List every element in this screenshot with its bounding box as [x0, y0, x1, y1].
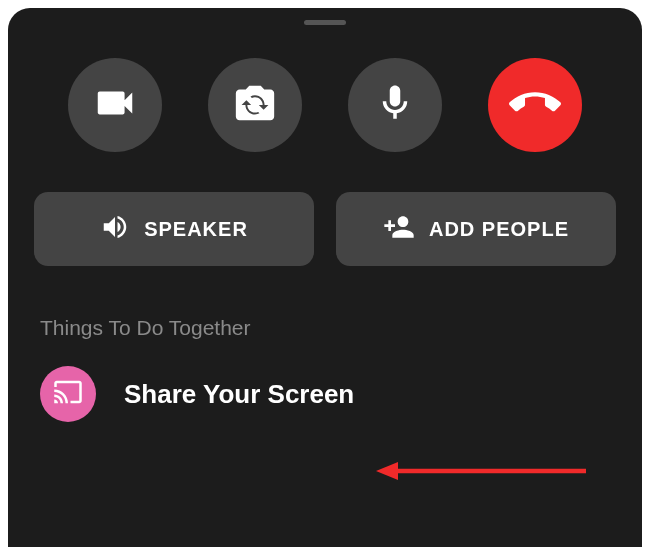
svg-marker-1 [376, 462, 398, 480]
video-toggle-button[interactable] [68, 58, 162, 152]
video-icon [92, 80, 138, 130]
mute-toggle-button[interactable] [348, 58, 442, 152]
speaker-button[interactable]: SPEAKER [34, 192, 314, 266]
share-screen-item[interactable]: Share Your Screen [40, 366, 642, 422]
hang-up-icon [509, 77, 561, 133]
share-screen-icon-badge [40, 366, 96, 422]
share-screen-label: Share Your Screen [124, 379, 354, 410]
add-people-button-label: ADD PEOPLE [429, 218, 569, 241]
drag-handle[interactable] [304, 20, 346, 25]
secondary-controls-row: SPEAKER ADD PEOPLE [8, 192, 642, 266]
microphone-icon [374, 82, 416, 128]
add-person-icon [383, 211, 415, 248]
annotation-arrow [376, 456, 596, 486]
call-controls-panel: SPEAKER ADD PEOPLE Things To Do Together… [8, 8, 642, 547]
cast-icon [53, 377, 83, 411]
end-call-button[interactable] [488, 58, 582, 152]
add-people-button[interactable]: ADD PEOPLE [336, 192, 616, 266]
section-heading: Things To Do Together [40, 316, 642, 340]
primary-controls-row [8, 58, 642, 152]
speaker-button-label: SPEAKER [144, 218, 248, 241]
swap-camera-button[interactable] [208, 58, 302, 152]
speaker-icon [100, 212, 130, 247]
swap-camera-icon [232, 80, 278, 130]
